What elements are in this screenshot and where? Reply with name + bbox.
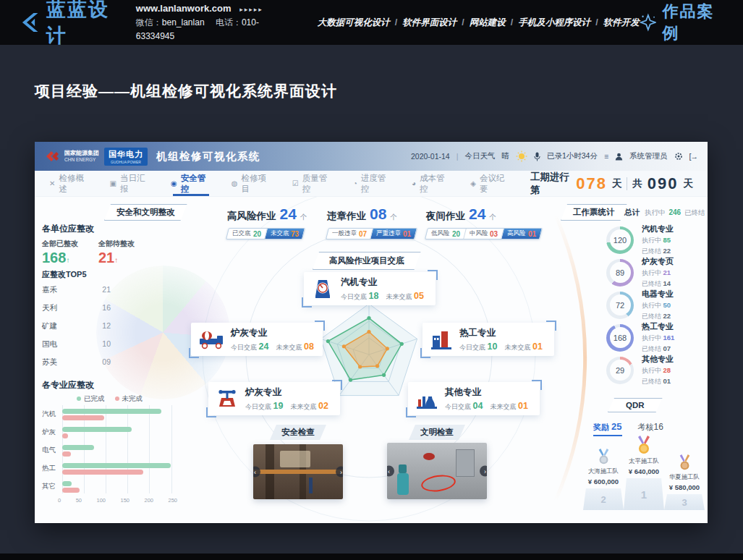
podium-third-place: 华夏施工队 ¥ 580,000 3 bbox=[664, 454, 705, 510]
valve-icon bbox=[216, 388, 239, 410]
card-turbine: 汽机专业 今日交底 18未来交底 05 bbox=[304, 272, 436, 305]
badge-icon: ◈ bbox=[470, 179, 476, 187]
card-ash-valve: 炉灰专业 今日交底 19未来交底 02 bbox=[208, 382, 340, 415]
badge-safety-inspection: 安全检查 bbox=[270, 425, 326, 440]
sun-icon bbox=[516, 150, 527, 162]
logout-icon[interactable]: [→ bbox=[689, 152, 697, 161]
ticket-row-thermal: 168 热工专业 执行中 161 已终结 07 bbox=[606, 321, 674, 354]
list-icon[interactable]: ≡ bbox=[604, 152, 608, 161]
issue-highlight-ellipse bbox=[420, 473, 457, 493]
donut-chart: 29 bbox=[606, 357, 634, 384]
donut-chart: 72 bbox=[606, 292, 634, 319]
total-done-block: 全部已整改 168↑ bbox=[42, 239, 78, 266]
mixer-truck-icon bbox=[198, 328, 224, 350]
dashboard-screenshot: 国家能源集团CHN ENERGY 国华电力 GUOHUA POWER 机组检修可… bbox=[35, 142, 708, 523]
ticket-total-row: 总计 执行中246 已终结281 bbox=[624, 208, 708, 218]
stat-high-risk-work: 高风险作业24个 已交底20 未交底73 bbox=[227, 205, 307, 239]
tab-overview[interactable]: ✕检修概述 bbox=[49, 171, 90, 196]
helmet-icon: ◍ bbox=[232, 179, 238, 187]
sparkle-star-icon bbox=[640, 13, 657, 32]
bar-group: 汽机 bbox=[42, 405, 184, 423]
lanlan-logo-icon bbox=[17, 10, 40, 35]
card-ash-truck: 炉灰专业 今日交底 24未来交底 08 bbox=[191, 323, 323, 356]
date-label: 2020-01-14 bbox=[411, 152, 450, 161]
ticket-row-electric: 72 电器专业 执行中 50 已终结 22 bbox=[606, 289, 674, 321]
tab-maintenance-projects[interactable]: ◍检修项目 bbox=[232, 171, 273, 196]
project-period: 工期进行第 078 天 共 090 天 bbox=[530, 171, 693, 197]
unit-remediation-title: 各单位应整改 bbox=[42, 223, 94, 235]
tab-progress-control[interactable]: ◔进度管控 bbox=[353, 171, 392, 196]
weather-value: 晴 bbox=[501, 151, 509, 161]
arrows-decor: ▸▸▸▸▸ bbox=[239, 6, 263, 13]
tab-safety-control[interactable]: ◉安全管控 bbox=[171, 171, 212, 196]
contact-block: www.lanlanwork.com ▸▸▸▸▸ 微信：ben_lanlan 电… bbox=[136, 1, 284, 43]
stat-violation-work: 违章作业08个 一般违章07 严重违章01 bbox=[327, 205, 416, 239]
card-thermal: 热工专业 今日交底 10未来交底 01 bbox=[423, 323, 554, 356]
page-title: 项目经验——机组检修可视化系统界面设计 bbox=[35, 81, 337, 101]
total-pending-block: 全部待整改 21↑ bbox=[98, 239, 135, 266]
tab-quality-control[interactable]: ☑质量管控 bbox=[292, 171, 334, 196]
carousel-prev-button[interactable]: ‹ bbox=[253, 467, 260, 478]
elapsed-days: 078 bbox=[576, 174, 607, 193]
civility-inspection-photo: ‹ › bbox=[387, 443, 487, 499]
calendar-icon: ▣ bbox=[110, 179, 116, 187]
trend-up-icon: ↑ bbox=[66, 256, 69, 264]
gauge-mini-icon: ◕ bbox=[412, 179, 416, 187]
badge-safety-civilized: 安全和文明整改 bbox=[104, 204, 187, 221]
badge-high-risk-disclosure: 高风险作业项目交底 bbox=[313, 252, 421, 270]
services-list: 大数据可视化设计/软件界面设计/网站建设/手机及小程序设计/软件开发 bbox=[318, 17, 640, 29]
username[interactable]: 系统管理员 bbox=[629, 151, 668, 161]
card-other: 其他专业 今日交底 04未来交底 01 bbox=[408, 382, 540, 415]
portfolio-link[interactable]: 作品案例 bbox=[640, 1, 726, 44]
bar-group: 热工 bbox=[42, 459, 184, 478]
top5-row: 天利16 bbox=[42, 303, 111, 313]
chn-energy-logo: 国家能源集团CHN ENERGY bbox=[45, 149, 99, 164]
chn-energy-icon bbox=[45, 149, 61, 164]
gear-icon[interactable] bbox=[674, 152, 683, 161]
x-axis-ticks: 050100150200250 bbox=[58, 497, 177, 504]
wrench-icon: ✕ bbox=[49, 179, 55, 187]
ticket-row-other: 29 其他专业 执行中 28 已终结 01 bbox=[606, 354, 674, 386]
contact-line: 微信：ben_lanlan 电话：010-63334945 bbox=[136, 16, 284, 43]
donut-chart: 89 bbox=[606, 259, 634, 287]
bar-group: 其它 bbox=[42, 478, 184, 496]
silver-medal-icon bbox=[598, 449, 610, 466]
podium-first-place: 太平施工队 ¥ 640,000 1 bbox=[624, 436, 664, 510]
tab-reward[interactable]: 奖励 25 bbox=[593, 421, 622, 436]
stat-night-work: 夜间作业24个 低风险20 中风险03 高风险01 bbox=[426, 205, 541, 239]
bronze-medal-icon bbox=[679, 454, 691, 472]
tab-assessment[interactable]: 考核16 bbox=[638, 422, 663, 433]
record-duration: 已录1小时34分 bbox=[547, 151, 598, 161]
lanlan-logo[interactable]: 蓝蓝设计 bbox=[17, 0, 123, 48]
tab-meeting-minutes[interactable]: ◈会议纪要 bbox=[470, 171, 511, 196]
ticket-row-turbine: 120 汽机专业 执行中 85 已终结 22 bbox=[606, 224, 674, 256]
tab-daily-report[interactable]: ▣当日汇报 bbox=[110, 171, 152, 196]
website-link[interactable]: www.lanlanwork.com ▸▸▸▸▸ bbox=[136, 1, 284, 16]
bar-group: 电气 bbox=[42, 441, 184, 459]
badge-civility-inspection: 文明检查 bbox=[409, 425, 465, 440]
top5-title: 应整改TOP5 bbox=[42, 269, 87, 280]
logo-text: 蓝蓝设计 bbox=[46, 0, 123, 48]
ticket-row-ash: 89 炉灰专页 执行中 21 已终结 14 bbox=[606, 256, 674, 289]
footer-strip bbox=[0, 553, 743, 560]
carousel-prev-button[interactable]: ‹ bbox=[387, 466, 394, 477]
hourglass-icon: ◔ bbox=[353, 179, 357, 187]
checklist-icon: ☑ bbox=[292, 179, 299, 187]
bar-group: 炉灰 bbox=[42, 423, 184, 441]
microphone-icon bbox=[534, 152, 540, 161]
top5-row: 矿建12 bbox=[42, 321, 111, 331]
dashboard-title: 机组检修可视化系统 bbox=[156, 150, 260, 164]
carousel-next-button[interactable]: › bbox=[336, 467, 343, 478]
factory-icon bbox=[430, 328, 453, 350]
gold-medal-icon bbox=[637, 436, 651, 456]
donut-chart: 120 bbox=[606, 226, 634, 254]
user-icon bbox=[615, 153, 623, 161]
site-header: 蓝蓝设计 www.lanlanwork.com ▸▸▸▸▸ 微信：ben_lan… bbox=[0, 0, 743, 45]
tab-cost-control[interactable]: ◕成本管控 bbox=[412, 171, 451, 196]
podium-second-place: 大海施工队 ¥ 600,000 2 bbox=[583, 449, 624, 510]
top5-row: 苏美09 bbox=[42, 357, 111, 368]
carousel-next-button[interactable]: › bbox=[480, 466, 487, 477]
profession-bar-chart: 汽机 炉灰 电气 热工 其它 050100150200250 bbox=[42, 405, 184, 496]
wechat-value: ben_lanlan bbox=[162, 17, 205, 27]
profession-remediation-title: 各专业应整改 bbox=[42, 379, 94, 391]
